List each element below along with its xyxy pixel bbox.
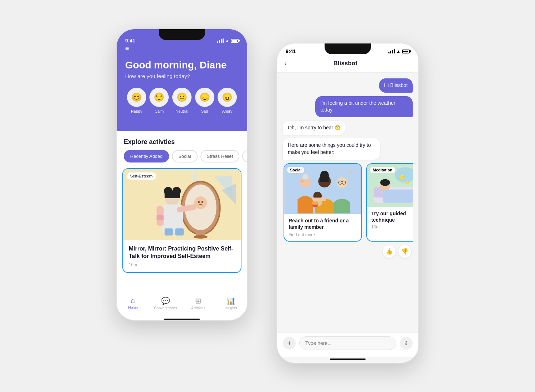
status-time: 9:41 (125, 38, 135, 43)
plus-button[interactable]: + (283, 337, 296, 350)
svg-rect-50 (383, 189, 413, 202)
suggestion-meditation-image: Meditation ✦ ✦ (367, 164, 413, 207)
nav-activities[interactable]: ⊞ Activities (182, 296, 215, 310)
nav-home-label: Home (128, 306, 138, 310)
suggestion-social[interactable]: Social ✦ ✦ ✦ (284, 163, 362, 242)
suggestion-meditation[interactable]: Meditation ✦ ✦ (366, 163, 413, 242)
activities-icon: ⊞ (195, 296, 201, 305)
svg-point-7 (198, 201, 200, 203)
mood-sad[interactable]: 😞 Sad (195, 88, 214, 113)
mood-sad-emoji[interactable]: 😞 (195, 88, 214, 107)
filter-stress-relief[interactable]: Stress Relief (200, 150, 240, 163)
svg-rect-16 (165, 228, 173, 236)
mood-neutral[interactable]: 😐 Neutral (172, 88, 192, 113)
chat-wifi-icon: ▲ (396, 49, 401, 54)
suggestion-social-body: Reach out to a friend or a family member… (284, 214, 361, 241)
suggestions-row: Social ✦ ✦ ✦ (283, 163, 413, 242)
chat-status-time: 9:41 (286, 48, 296, 54)
svg-text:✦: ✦ (411, 168, 413, 172)
chat-input[interactable] (299, 336, 396, 350)
menu-icon[interactable]: ≡ (125, 45, 239, 52)
mood-calm[interactable]: 😌 Calm (149, 88, 169, 113)
reaction-row: 👍 👎 (283, 245, 413, 258)
suggestion-meditation-badge: Meditation (370, 167, 395, 173)
svg-rect-41 (312, 197, 326, 201)
home-indicator-2 (330, 359, 366, 360)
mood-happy[interactable]: 😊 Happy (127, 88, 146, 113)
message-suggestions-intro: Here are some things you could try to ma… (283, 138, 380, 159)
svg-rect-31 (320, 175, 329, 182)
nav-conversations[interactable]: 💬 Conversations (149, 296, 182, 310)
svg-point-20 (194, 235, 208, 239)
thumbs-down-button[interactable]: 👎 (398, 245, 411, 258)
chat-title: Blissbot (291, 60, 400, 67)
nav-insights[interactable]: 📊 Insights (215, 296, 248, 310)
svg-rect-14 (165, 191, 180, 198)
svg-rect-15 (157, 215, 164, 221)
svg-point-8 (202, 201, 203, 203)
suggestion-social-title: Reach out to a friend or a family member (289, 217, 357, 230)
suggestion-meditation-duration: 10m (371, 225, 413, 229)
nav-activities-label: Activities (191, 306, 205, 310)
card-title: Mirror, Mirror: Practicing Positive Self… (129, 245, 235, 260)
nav-insights-label: Insights (225, 306, 237, 310)
filter-recently-added[interactable]: Recently Added (124, 150, 169, 163)
message-sorry: Oh, I'm sorry to hear 🥺 (283, 121, 346, 135)
chat-status-icons: ▲ (388, 49, 410, 54)
svg-text:✦: ✦ (397, 168, 398, 170)
chat-messages: Hi Blissbot I'm feeling a bit under the … (277, 73, 418, 332)
mood-angry[interactable]: 😠 Angry (218, 88, 237, 113)
phone-chat: 9:41 ▲ ‹ Blissbot (276, 43, 419, 363)
svg-point-40 (315, 201, 318, 205)
mood-selector: 😊 Happy 😌 Calm 😐 Neutral 😞 Sad (125, 88, 239, 113)
home-header: 9:41 ▲ ≡ Good morning, Diane How are you… (117, 29, 247, 131)
notch-2 (325, 43, 371, 54)
svg-text:✦: ✦ (349, 170, 352, 174)
card-badge: Self-Esteem (127, 172, 156, 180)
mood-neutral-label: Neutral (175, 109, 188, 113)
suggestion-social-action[interactable]: Find out more (289, 232, 357, 237)
svg-point-28 (302, 174, 308, 179)
filter-row: Recently Added Social Stress Relief Medi… (117, 150, 247, 168)
back-button[interactable]: ‹ (284, 59, 287, 67)
svg-text:⭐: ⭐ (398, 173, 406, 180)
thumbs-up-button[interactable]: 👍 (383, 245, 396, 258)
chat-header: ‹ Blissbot (277, 56, 418, 73)
mood-calm-emoji[interactable]: 😌 (149, 88, 169, 107)
signal-icon (217, 38, 224, 43)
home-icon: ⌂ (131, 296, 135, 305)
card-body: Mirror, Mirror: Practicing Positive Self… (123, 240, 241, 272)
message-weather: I'm feeling a bit under the weather toda… (315, 96, 413, 117)
mood-calm-label: Calm (155, 109, 164, 113)
suggestion-social-image: Social ✦ ✦ ✦ (284, 164, 361, 214)
chat-battery-icon (402, 50, 410, 53)
battery-icon (231, 39, 239, 43)
insights-icon: 📊 (226, 296, 235, 305)
mic-button[interactable]: 🎙 (400, 337, 413, 350)
filter-meditation[interactable]: Meditation (242, 150, 247, 163)
explore-title: Explore activties (117, 131, 247, 150)
nav-home[interactable]: ⌂ Home (117, 296, 149, 310)
filter-social[interactable]: Social (172, 150, 197, 163)
mood-angry-label: Angry (222, 109, 233, 113)
status-icons: ▲ (217, 38, 239, 43)
activity-card-mirror[interactable]: Self-Esteem (122, 168, 241, 273)
home-body: Explore activties Recently Added Social … (117, 131, 247, 292)
phone-home: 9:41 ▲ ≡ Good morning, Diane How are you… (116, 29, 248, 321)
svg-rect-17 (175, 228, 184, 236)
chat-signal-icon (388, 49, 395, 53)
mood-angry-emoji[interactable]: 😠 (218, 88, 237, 107)
card-image: Self-Esteem (123, 169, 241, 240)
suggestion-meditation-title: Try our guided technique (371, 210, 413, 223)
home-indicator (164, 319, 200, 320)
mirror-illustration (123, 169, 241, 240)
svg-text:⭐: ⭐ (405, 180, 410, 185)
message-hi-blissbot: Hi Blissbot (379, 78, 413, 93)
greeting-subtitle: How are you feeling today? (125, 73, 239, 79)
mood-neutral-emoji[interactable]: 😐 (172, 88, 192, 107)
mood-happy-emoji[interactable]: 😊 (127, 88, 146, 107)
svg-point-49 (380, 179, 390, 186)
mood-sad-label: Sad (201, 109, 208, 113)
wifi-icon: ▲ (225, 38, 229, 43)
greeting-title: Good morning, Diane (125, 60, 239, 71)
